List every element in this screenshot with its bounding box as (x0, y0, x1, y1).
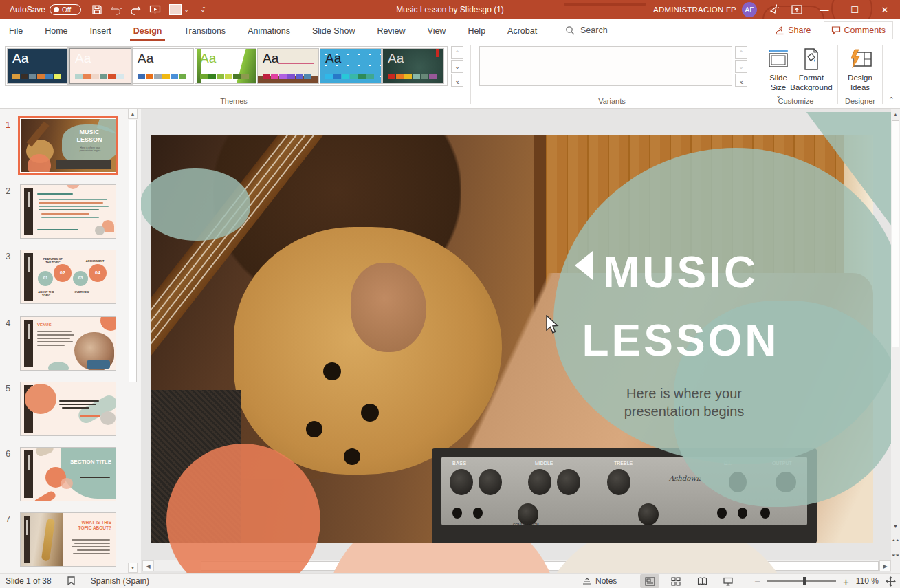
save-icon (91, 4, 102, 15)
themes-scroll-up-button[interactable]: ⌃ (451, 46, 463, 59)
theme-tile-music-lesson-current[interactable]: Aa (69, 48, 131, 84)
search-input[interactable]: Search (565, 19, 608, 41)
coming-soon-button[interactable] (764, 0, 784, 19)
thumbnail-preview[interactable] (20, 184, 116, 239)
variants-scroll-down-button[interactable]: ⌄ (735, 60, 747, 73)
zoom-slider[interactable] (767, 580, 836, 582)
thumbnail-preview[interactable]: FEATURES OF THE TOPIC ASSIGNMENT 01 02 0… (20, 250, 116, 304)
tab-acrobat[interactable]: Acrobat (501, 21, 543, 41)
slide-subtitle-line1: Here is where your (571, 384, 798, 402)
save-button[interactable] (88, 1, 106, 18)
thumbnail-slide-1[interactable]: 1 MUSICLESSON Here is where yourpresenta… (0, 118, 127, 176)
thumbnail-scrollbar[interactable]: ▲ ▼ (128, 109, 138, 573)
redo-button[interactable] (127, 1, 144, 18)
slide-sorter-icon (671, 577, 681, 586)
themes-more-button[interactable]: ⌄̱ (451, 74, 463, 87)
tab-insert[interactable]: Insert (84, 21, 118, 41)
design-ideas-button[interactable]: Design Ideas (840, 45, 880, 103)
thumbnail-slide-6[interactable]: 6 SECTION TITLE (0, 447, 127, 501)
minimize-button[interactable]: — (809, 0, 839, 19)
theme-tile-office-white[interactable]: Aa (132, 48, 194, 84)
share-button[interactable]: Share (768, 21, 817, 39)
vertical-scrollbar[interactable]: ▲ ▼ ⏶⏶ ⏷⏷ (891, 109, 900, 573)
tab-file[interactable]: File (3, 21, 29, 41)
thumbnail-preview[interactable]: MUSICLESSON Here is where yourpresentati… (20, 118, 116, 173)
next-slide-button[interactable]: ⏷⏷ (891, 550, 900, 560)
tab-slideshow[interactable]: Slide Show (306, 21, 362, 41)
reading-view-button[interactable] (692, 574, 712, 588)
collapse-ribbon-button[interactable]: ⌃ (888, 96, 894, 105)
tab-view[interactable]: View (421, 21, 452, 41)
tab-animations[interactable]: Animations (241, 21, 296, 41)
thumbnail-scrollbar-thumb[interactable] (129, 120, 137, 382)
thumbnail-preview[interactable]: VENUS (20, 316, 116, 371)
ribbon-display-options-button[interactable] (784, 0, 809, 19)
thumb-title: MUSICLESSON (63, 129, 116, 144)
theme-tile-green-swirl[interactable]: Aa (195, 48, 256, 84)
undo-button[interactable] (107, 1, 125, 18)
tab-home[interactable]: Home (39, 21, 74, 41)
theme-tile-gallery-wood[interactable]: Aa (257, 48, 319, 84)
thumbnail-slide-5[interactable]: 5 (0, 382, 127, 436)
slide-sorter-view-button[interactable] (666, 574, 685, 588)
theme-tile-dark-teal[interactable]: Aa (382, 48, 444, 84)
thumbnail-scroll-down-button[interactable]: ▼ (128, 563, 138, 573)
thumbnail-slide-3[interactable]: 3 FEATURES OF THE TOPIC ASSIGNMENT 01 02… (0, 250, 127, 304)
zoom-out-button[interactable]: − (754, 576, 760, 587)
slide-indicator[interactable]: Slide 1 of 38 (6, 576, 52, 586)
zoom-slider-thumb[interactable] (803, 577, 806, 585)
slide-subtitle[interactable]: Here is where your presentation begins (571, 384, 798, 420)
format-background-button[interactable]: Format Background (789, 45, 833, 103)
normal-view-button[interactable] (640, 574, 659, 588)
scroll-left-button[interactable]: ◀ (142, 560, 154, 571)
zoom-level[interactable]: 110 % (856, 576, 879, 586)
qat-gallery-button[interactable]: ⌄ (165, 1, 193, 18)
text-line (39, 209, 99, 210)
slide-number: 4 (6, 318, 10, 328)
slide-number: 5 (6, 383, 10, 393)
comments-button[interactable]: Comments (824, 21, 893, 39)
tab-transitions[interactable]: Transitions (177, 21, 232, 41)
decor-teal-blob (141, 168, 250, 241)
thumbnail-slide-7[interactable]: 7 WHAT IS THIS TOPIC ABOUT? (0, 512, 127, 567)
thumbnail-slide-2[interactable]: 2 (0, 184, 127, 239)
theme-tile-dark-navy[interactable]: Aa (7, 48, 69, 84)
thumbnail-slide-4[interactable]: 4 VENUS (0, 316, 127, 371)
previous-slide-button[interactable]: ⏶⏶ (891, 535, 900, 545)
fit-to-window-button[interactable] (886, 576, 896, 587)
thumbnail-preview[interactable] (20, 382, 116, 436)
maximize-button[interactable]: ☐ (839, 0, 870, 19)
thumbnail-preview[interactable]: SECTION TITLE (20, 447, 116, 501)
variants-more-button[interactable]: ⌄̱ (735, 74, 747, 87)
thumbnail-preview[interactable]: WHAT IS THIS TOPIC ABOUT? (20, 512, 116, 567)
avatar[interactable]: AF (742, 2, 757, 17)
variants-gallery[interactable] (479, 46, 732, 86)
slide-editor[interactable]: BASS MIDDLE TREBLE D.I. OUTPUT Ashdown (151, 135, 873, 543)
customize-qat-button[interactable]: ⌄̄ (194, 1, 212, 18)
title-bar: AutoSave Off ⌄ ⌄̄ Music Lesson by Slides… (0, 0, 900, 19)
themes-scroll-down-button[interactable]: ⌄ (451, 60, 463, 73)
account-name[interactable]: ADMINISTRACION FP (653, 6, 736, 14)
notes-button[interactable]: Notes (582, 576, 617, 586)
slide-canvas[interactable]: BASS MIDDLE TREBLE D.I. OUTPUT Ashdown (141, 109, 891, 573)
vertical-scrollbar-thumb[interactable] (892, 120, 899, 347)
start-slideshow-button[interactable] (146, 1, 164, 18)
zoom-in-button[interactable]: + (843, 576, 849, 587)
language-status[interactable]: Spanish (Spain) (91, 576, 149, 586)
variants-scroll-up-button[interactable]: ⌃ (735, 46, 747, 59)
tab-review[interactable]: Review (371, 21, 412, 41)
thumbnail-scroll-up-button[interactable]: ▲ (128, 109, 138, 119)
scroll-right-button[interactable]: ▶ (879, 560, 891, 571)
scroll-up-button[interactable]: ▲ (891, 109, 900, 120)
slideshow-view-button[interactable] (718, 574, 738, 588)
accessibility-checker-icon[interactable] (67, 576, 76, 587)
close-button[interactable]: ✕ (870, 0, 900, 19)
autosave-toggle[interactable]: AutoSave Off (10, 4, 81, 15)
scroll-down-button[interactable]: ▼ (891, 521, 900, 532)
slide-title[interactable]: MUSIC LESSON (536, 239, 825, 375)
slide-size-label: Slide Size (764, 73, 793, 93)
tab-design[interactable]: Design (127, 21, 168, 41)
tab-help[interactable]: Help (461, 21, 492, 41)
thumb-title: WHAT IS THIS TOPIC ABOUT? (72, 520, 111, 532)
theme-tile-blue-pattern[interactable]: Aa (320, 48, 382, 84)
